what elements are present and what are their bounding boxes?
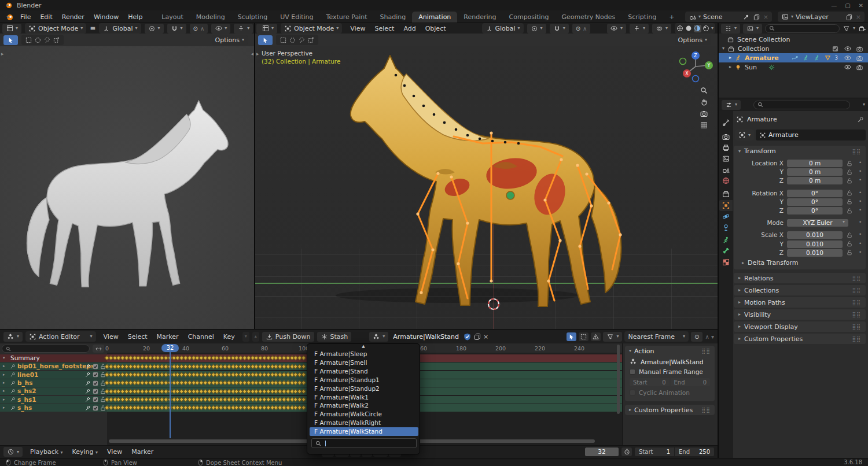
properties-section-relations[interactable]: ▸Relations⣿⣿: [734, 273, 866, 283]
workspace-tab-sculpting[interactable]: Sculpting: [231, 12, 274, 23]
start-frame-field[interactable]: Start 1: [635, 447, 674, 456]
animate-dot-icon[interactable]: •: [859, 190, 862, 195]
move-down-button[interactable]: ▾: [242, 332, 249, 342]
select-lasso-icon[interactable]: [298, 36, 306, 44]
lock-icon[interactable]: [846, 177, 852, 184]
checkbox-icon[interactable]: [832, 45, 839, 53]
properties-tab-tool[interactable]: [719, 117, 733, 128]
transform-value-5[interactable]: 0°: [787, 207, 843, 214]
display-mode-button[interactable]: ▾: [743, 24, 762, 34]
modifier-wrench-icon[interactable]: [84, 388, 91, 394]
current-frame-badge[interactable]: 32: [161, 344, 179, 352]
animate-dot-icon[interactable]: •: [859, 160, 862, 165]
properties-tab-world[interactable]: [719, 175, 733, 186]
select-extend-icon[interactable]: [53, 36, 60, 44]
properties-section-visibility[interactable]: ▸Visibility⣿⣿: [734, 309, 866, 320]
modifier-wrench-icon[interactable]: [84, 380, 91, 386]
camera-render-icon[interactable]: [856, 45, 863, 53]
channel-row-b_hs[interactable]: ▸ b_hs: [0, 379, 107, 387]
animate-dot-icon[interactable]: •: [859, 168, 862, 174]
channel-row-Summary[interactable]: ▾ Summary: [0, 354, 107, 362]
properties-section-custom-properties[interactable]: ▸Custom Properties⣿⣿: [734, 334, 866, 344]
close-button[interactable]: ✕: [859, 2, 863, 9]
properties-tab-collection[interactable]: [719, 188, 733, 199]
workspace-tab-scripting[interactable]: Scripting: [621, 12, 663, 23]
menu-render[interactable]: Render: [57, 12, 89, 22]
unlink-scene-icon[interactable]: ×: [763, 13, 768, 21]
vertical-scrollbar[interactable]: [617, 345, 620, 414]
mute-checkbox-icon[interactable]: [92, 372, 98, 378]
mute-checkbox-icon[interactable]: [92, 388, 98, 394]
box-select-toggle-icon[interactable]: [579, 332, 589, 341]
properties-section-viewport-display[interactable]: ▸Viewport Display⣿⣿: [734, 321, 866, 332]
shading-wireframe-icon[interactable]: [676, 25, 684, 32]
toolbar-expand-icon[interactable]: ▸: [256, 51, 259, 57]
zoom-tool-icon[interactable]: [700, 87, 708, 94]
properties-tab-render[interactable]: [719, 131, 733, 142]
expand-search-icon[interactable]: [93, 345, 104, 353]
pin-icon[interactable]: [9, 380, 16, 386]
workspace-tab-rendering[interactable]: Rendering: [457, 12, 502, 23]
push-down-button[interactable]: Push Down: [262, 332, 314, 342]
blender-menu-icon[interactable]: [6, 13, 13, 21]
horse-model-gold[interactable]: [319, 51, 643, 323]
options-button[interactable]: Options▾: [212, 35, 248, 45]
viewlayer-selector[interactable]: ▾ ViewLayer ×: [778, 12, 865, 22]
pin-icon[interactable]: [9, 388, 16, 394]
proportional-edit-button[interactable]: ⊙: [691, 332, 703, 342]
select-circle-icon[interactable]: [34, 36, 42, 44]
overlays-button[interactable]: ▾: [652, 24, 671, 34]
main-divider[interactable]: [718, 23, 719, 458]
delta-transform-toggle[interactable]: ▸Delta Transform: [742, 259, 799, 267]
gizmos-button[interactable]: ▾: [234, 24, 253, 34]
channel-row-s_hs1[interactable]: ▸ s_hs1: [0, 396, 107, 404]
expand-icon[interactable]: ▸: [729, 56, 731, 60]
timeline-menu-playback[interactable]: Playback ▾: [25, 447, 68, 457]
properties-tab-bone[interactable]: [719, 245, 733, 256]
playhead-line[interactable]: [170, 352, 171, 438]
panel-drag-icon[interactable]: ⣿⣿: [702, 348, 711, 354]
orientation-selector[interactable]: Global▾: [99, 23, 141, 34]
pan-tool-icon[interactable]: [700, 98, 708, 106]
dopesheet-menu-key[interactable]: Key: [219, 332, 240, 342]
stash-button[interactable]: Stash: [317, 332, 352, 342]
mute-checkbox-icon[interactable]: [92, 405, 98, 411]
properties-tab-texture[interactable]: [719, 257, 733, 268]
lock-icon[interactable]: [846, 160, 852, 167]
action-option-Armature-Stand[interactable]: F Armature|Stand: [310, 367, 418, 376]
outliner-search-input[interactable]: [765, 24, 840, 33]
manual-frame-range-row[interactable]: Manual Frame Range: [625, 367, 715, 376]
select-extend-icon[interactable]: [307, 36, 315, 44]
falloff-icon[interactable]: ∧ ▾: [705, 334, 714, 340]
end-frame-field[interactable]: End 250: [675, 447, 714, 456]
current-frame-field[interactable]: 32: [585, 447, 619, 456]
dopesheet-menu-view[interactable]: View: [99, 332, 123, 342]
outliner-row-scene-collection[interactable]: Scene Collection: [719, 35, 868, 44]
viewport-menu-add[interactable]: Add: [399, 24, 420, 34]
datablock-type-button[interactable]: ▾: [735, 130, 754, 140]
active-tool-button[interactable]: [3, 35, 18, 45]
mute-checkbox-icon[interactable]: [92, 380, 98, 386]
viewport-menu-select[interactable]: Select: [370, 24, 399, 34]
workspace-tab-texture-paint[interactable]: Texture Paint: [320, 12, 374, 23]
properties-search-input[interactable]: [753, 101, 850, 109]
lock-icon[interactable]: [846, 249, 852, 257]
modifier-wrench-icon[interactable]: [84, 372, 91, 378]
timeline-menu-marker[interactable]: Marker: [127, 447, 158, 457]
workspace-tab-geometry-nodes[interactable]: Geometry Nodes: [555, 12, 621, 23]
snap-mode-selector[interactable]: Nearest Frame▾: [624, 331, 689, 342]
outliner-row-armature[interactable]: ▸ Armature 3: [719, 53, 868, 62]
transform-value-7[interactable]: 0.010: [787, 231, 843, 239]
menu-help[interactable]: Help: [123, 12, 147, 22]
transform-value-8[interactable]: 0.010: [787, 241, 843, 248]
animate-dot-icon[interactable]: •: [859, 241, 862, 246]
expand-icon[interactable]: ▸: [729, 65, 731, 69]
dopesheet-divider[interactable]: [0, 329, 718, 330]
visibility-button[interactable]: ▾: [607, 24, 626, 34]
unlink-action-icon[interactable]: ×: [483, 333, 488, 341]
pin-icon[interactable]: [9, 397, 16, 403]
channel-row-line01[interactable]: ▸ line01: [0, 371, 107, 379]
properties-options-icon[interactable]: ▾: [863, 102, 865, 107]
channel-row-bip01_horse_footsteps[interactable]: ▸ bip01_horse_footsteps: [0, 363, 107, 370]
sidebar-action-row[interactable]: Armature|WalkStand: [625, 356, 715, 367]
